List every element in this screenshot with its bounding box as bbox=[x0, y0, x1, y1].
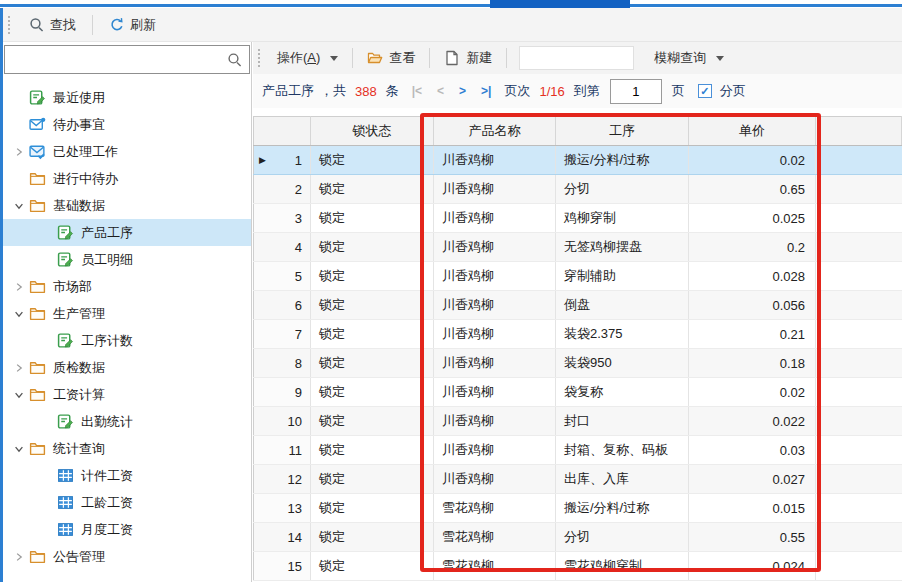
sidebar-item-基础数据[interactable]: 基础数据 bbox=[3, 192, 251, 219]
column-header-product-name[interactable]: 产品名称 bbox=[434, 117, 556, 146]
sidebar-item-工序计数[interactable]: 工序计数 bbox=[3, 327, 251, 354]
cell-lock-status[interactable]: 锁定 bbox=[311, 523, 434, 552]
cell-process[interactable]: 搬运/分料/过称 bbox=[556, 494, 689, 523]
cell-product-name[interactable]: 雪花鸡柳 bbox=[434, 494, 556, 523]
table-row[interactable]: ▶1锁定川香鸡柳搬运/分料/过称0.02 bbox=[254, 146, 902, 175]
toolbar-grip-handle[interactable] bbox=[7, 15, 11, 35]
cell-product-name[interactable]: 川香鸡柳 bbox=[434, 262, 556, 291]
cell-lock-status[interactable]: 锁定 bbox=[311, 407, 434, 436]
cell-lock-status[interactable]: 锁定 bbox=[311, 465, 434, 494]
cell-lock-status[interactable]: 锁定 bbox=[311, 378, 434, 407]
cell-lock-status[interactable]: 锁定 bbox=[311, 436, 434, 465]
cell-product-name[interactable]: 川香鸡柳 bbox=[434, 320, 556, 349]
row-number-cell[interactable]: 6 bbox=[254, 291, 311, 320]
cell-product-name[interactable]: 川香鸡柳 bbox=[434, 291, 556, 320]
row-number-cell[interactable]: ▶1 bbox=[254, 146, 311, 175]
table-row[interactable]: 15锁定雪花鸡柳雪花鸡柳穿制0.024 bbox=[254, 552, 902, 581]
sidebar-item-员工明细[interactable]: 员工明细 bbox=[3, 246, 251, 273]
cell-product-name[interactable]: 川香鸡柳 bbox=[434, 465, 556, 494]
cell-unit-price[interactable]: 0.21 bbox=[689, 320, 816, 349]
row-number-cell[interactable]: 11 bbox=[254, 436, 311, 465]
chevron-down-icon[interactable] bbox=[9, 198, 29, 214]
cell-lock-status[interactable]: 锁定 bbox=[311, 175, 434, 204]
cell-product-name[interactable]: 雪花鸡柳 bbox=[434, 552, 556, 581]
last-page-button[interactable]: >| bbox=[481, 84, 491, 98]
row-number-cell[interactable]: 12 bbox=[254, 465, 311, 494]
cell-product-name[interactable]: 川香鸡柳 bbox=[434, 349, 556, 378]
row-number-column-header[interactable] bbox=[254, 117, 311, 146]
cell-unit-price[interactable]: 0.025 bbox=[689, 204, 816, 233]
chevron-down-icon[interactable] bbox=[9, 441, 29, 457]
sidebar-item-进行中待办[interactable]: 进行中待办 bbox=[3, 165, 251, 192]
table-row[interactable]: 6锁定川香鸡柳倒盘0.056 bbox=[254, 291, 902, 320]
table-row[interactable]: 4锁定川香鸡柳无签鸡柳摆盘0.2 bbox=[254, 233, 902, 262]
cell-lock-status[interactable]: 锁定 bbox=[311, 494, 434, 523]
new-button[interactable]: 新建 bbox=[436, 45, 500, 71]
refresh-button[interactable]: 刷新 bbox=[101, 12, 164, 38]
cell-lock-status[interactable]: 锁定 bbox=[311, 262, 434, 291]
cell-unit-price[interactable]: 0.65 bbox=[689, 175, 816, 204]
table-row[interactable]: 9锁定川香鸡柳袋复称0.02 bbox=[254, 378, 902, 407]
row-number-cell[interactable]: 13 bbox=[254, 494, 311, 523]
cell-unit-price[interactable]: 0.55 bbox=[689, 523, 816, 552]
row-number-cell[interactable]: 14 bbox=[254, 523, 311, 552]
cell-process[interactable]: 倒盘 bbox=[556, 291, 689, 320]
cell-process[interactable]: 分切 bbox=[556, 523, 689, 552]
next-page-button[interactable]: > bbox=[459, 84, 466, 98]
find-button[interactable]: 查找 bbox=[21, 12, 84, 38]
chevron-down-icon[interactable] bbox=[9, 387, 29, 403]
cell-unit-price[interactable]: 0.18 bbox=[689, 349, 816, 378]
sidebar-item-质检数据[interactable]: 质检数据 bbox=[3, 354, 251, 381]
row-number-cell[interactable]: 9 bbox=[254, 378, 311, 407]
sidebar-item-统计查询[interactable]: 统计查询 bbox=[3, 435, 251, 462]
cell-process[interactable]: 出库、入库 bbox=[556, 465, 689, 494]
table-row[interactable]: 5锁定川香鸡柳穿制辅助0.028 bbox=[254, 262, 902, 291]
cell-lock-status[interactable]: 锁定 bbox=[311, 233, 434, 262]
cell-process[interactable]: 无签鸡柳摆盘 bbox=[556, 233, 689, 262]
chevron-down-icon[interactable] bbox=[9, 306, 29, 322]
cell-unit-price[interactable]: 0.03 bbox=[689, 436, 816, 465]
cell-product-name[interactable]: 川香鸡柳 bbox=[434, 407, 556, 436]
sidebar-item-最近使用[interactable]: 最近使用 bbox=[3, 84, 251, 111]
cell-lock-status[interactable]: 锁定 bbox=[311, 146, 434, 175]
filter-input[interactable] bbox=[519, 46, 634, 70]
cell-unit-price[interactable]: 0.02 bbox=[689, 146, 816, 175]
table-row[interactable]: 12锁定川香鸡柳出库、入库0.027 bbox=[254, 465, 902, 494]
chevron-right-icon[interactable] bbox=[9, 360, 29, 376]
cell-lock-status[interactable]: 锁定 bbox=[311, 291, 434, 320]
sidebar-item-出勤统计[interactable]: 出勤统计 bbox=[3, 408, 251, 435]
chevron-right-icon[interactable] bbox=[9, 279, 29, 295]
cell-process[interactable]: 袋复称 bbox=[556, 378, 689, 407]
cell-lock-status[interactable]: 锁定 bbox=[311, 320, 434, 349]
sidebar-item-计件工资[interactable]: 计件工资 bbox=[3, 462, 251, 489]
row-number-cell[interactable]: 3 bbox=[254, 204, 311, 233]
sidebar-item-月度工资[interactable]: 月度工资 bbox=[3, 516, 251, 543]
cell-product-name[interactable]: 川香鸡柳 bbox=[434, 204, 556, 233]
table-row[interactable]: 14锁定雪花鸡柳分切0.55 bbox=[254, 523, 902, 552]
table-row[interactable]: 11锁定川香鸡柳封箱、复称、码板0.03 bbox=[254, 436, 902, 465]
cell-product-name[interactable]: 川香鸡柳 bbox=[434, 146, 556, 175]
cell-product-name[interactable]: 川香鸡柳 bbox=[434, 436, 556, 465]
row-number-cell[interactable]: 15 bbox=[254, 552, 311, 581]
cell-unit-price[interactable]: 0.2 bbox=[689, 233, 816, 262]
toolbar-grip-handle[interactable] bbox=[257, 48, 261, 68]
sidebar-item-生产管理[interactable]: 生产管理 bbox=[3, 300, 251, 327]
first-page-button[interactable]: |< bbox=[412, 84, 422, 98]
sidebar-item-工龄工资[interactable]: 工龄工资 bbox=[3, 489, 251, 516]
sidebar-item-待办事宜[interactable]: 待办事宜 bbox=[3, 111, 251, 138]
cell-unit-price[interactable]: 0.022 bbox=[689, 407, 816, 436]
column-header-lock-status[interactable]: 锁状态 bbox=[311, 117, 434, 146]
cell-unit-price[interactable]: 0.028 bbox=[689, 262, 816, 291]
cell-product-name[interactable]: 川香鸡柳 bbox=[434, 175, 556, 204]
fuzzy-query-dropdown[interactable]: 模糊查询 bbox=[646, 45, 732, 71]
cell-lock-status[interactable]: 锁定 bbox=[311, 204, 434, 233]
cell-process[interactable]: 封口 bbox=[556, 407, 689, 436]
row-number-cell[interactable]: 8 bbox=[254, 349, 311, 378]
action-menu-button[interactable]: 操作(A) bbox=[269, 45, 346, 71]
cell-process[interactable]: 分切 bbox=[556, 175, 689, 204]
row-number-cell[interactable]: 10 bbox=[254, 407, 311, 436]
paging-checkbox[interactable]: ✓ bbox=[698, 84, 712, 98]
goto-page-input[interactable] bbox=[610, 79, 662, 104]
sidebar-search-input[interactable] bbox=[9, 47, 219, 72]
cell-product-name[interactable]: 雪花鸡柳 bbox=[434, 523, 556, 552]
